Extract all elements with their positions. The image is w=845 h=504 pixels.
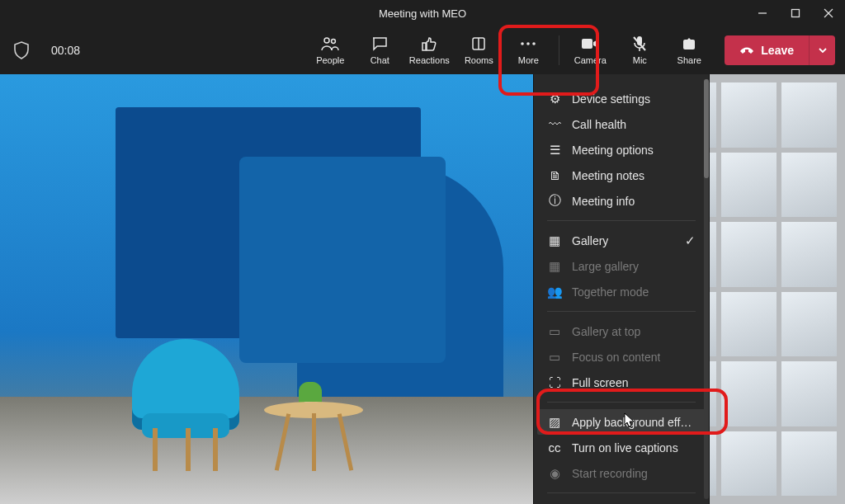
- svg-point-4: [324, 38, 329, 43]
- more-button[interactable]: More: [506, 30, 550, 71]
- menu-together-mode: 👥Together mode: [537, 279, 706, 304]
- menu-divider: [547, 402, 696, 403]
- reactions-icon: [421, 35, 437, 52]
- chevron-down-icon: [819, 48, 827, 53]
- toolbar-center-group: People Chat Reactions Rooms More: [308, 30, 711, 71]
- menu-gallery[interactable]: ▦Gallery✓: [537, 228, 706, 253]
- leave-caret-button[interactable]: [809, 35, 835, 65]
- rooms-label: Rooms: [465, 55, 493, 65]
- chat-button[interactable]: Chat: [357, 30, 402, 71]
- people-icon: [321, 35, 339, 52]
- menu-gallery-at-top: ▭Gallery at top: [537, 318, 706, 344]
- large-gallery-icon: ▦: [547, 259, 562, 274]
- check-icon: ✓: [685, 233, 696, 248]
- menu-divider: [547, 492, 696, 493]
- reactions-button[interactable]: Reactions: [407, 30, 451, 71]
- menu-device-settings[interactable]: ⚙Device settings: [537, 86, 706, 111]
- svg-rect-16: [683, 40, 695, 49]
- rooms-button[interactable]: Rooms: [456, 30, 501, 71]
- svg-rect-1: [792, 10, 800, 17]
- more-icon: [520, 35, 536, 52]
- chat-icon: [371, 35, 388, 52]
- people-button[interactable]: People: [308, 30, 352, 71]
- mic-off-icon: [632, 35, 647, 52]
- menu-meeting-options[interactable]: ☰Meeting options: [537, 137, 706, 163]
- menu-apply-background-effects[interactable]: ▨Apply background effe...: [537, 409, 706, 435]
- maximize-button[interactable]: [779, 0, 812, 26]
- captions-icon: cc: [547, 440, 562, 455]
- info-icon: ⓘ: [547, 193, 562, 209]
- leave-button[interactable]: Leave: [725, 35, 809, 65]
- sliders-icon: ☰: [547, 143, 562, 158]
- menu-start-recording: ◉Start recording: [537, 460, 706, 486]
- menu-call-health[interactable]: 〰Call health: [537, 111, 706, 137]
- gear-icon: ⚙: [547, 92, 562, 106]
- menu-meeting-notes[interactable]: 🗎Meeting notes: [537, 163, 706, 188]
- menu-divider: [547, 220, 696, 221]
- share-icon: [682, 35, 696, 52]
- people-label: People: [316, 55, 344, 65]
- hangup-icon: [739, 45, 754, 55]
- svg-point-11: [532, 42, 536, 45]
- menu-divider: [547, 311, 696, 312]
- mic-label: Mic: [633, 55, 647, 65]
- window-controls: [746, 0, 845, 26]
- close-button[interactable]: [812, 0, 845, 26]
- svg-rect-12: [582, 39, 592, 49]
- svg-rect-6: [422, 43, 426, 50]
- pulse-icon: 〰: [547, 117, 562, 131]
- shield-icon: [10, 41, 33, 59]
- menu-scrollbar-thumb[interactable]: [704, 79, 709, 178]
- camera-button[interactable]: Camera: [568, 30, 612, 71]
- menu-meeting-info[interactable]: ⓘMeeting info: [537, 188, 706, 214]
- mic-button[interactable]: Mic: [617, 30, 662, 71]
- chat-label: Chat: [371, 55, 389, 65]
- record-icon: ◉: [547, 466, 562, 481]
- leave-label: Leave: [761, 44, 794, 57]
- more-menu-panel: ⚙Device settings 〰Call health ☰Meeting o…: [533, 74, 710, 504]
- gallery-top-icon: ▭: [547, 324, 562, 339]
- leave-group: Leave: [725, 35, 835, 65]
- meeting-stage: ⚙Device settings 〰Call health ☰Meeting o…: [0, 74, 845, 504]
- background-effects-icon: ▨: [547, 415, 562, 430]
- menu-focus-content: ▭Focus on content: [537, 344, 706, 370]
- svg-point-9: [521, 42, 524, 45]
- minimize-button[interactable]: [746, 0, 779, 26]
- window-title: Meeting with MEO: [379, 7, 466, 20]
- focus-icon: ▭: [547, 350, 562, 365]
- more-label: More: [518, 55, 539, 65]
- camera-label: Camera: [574, 55, 607, 65]
- fullscreen-icon: ⛶: [547, 375, 562, 389]
- menu-large-gallery: ▦Large gallery: [537, 253, 706, 279]
- menu-full-screen[interactable]: ⛶Full screen: [537, 370, 706, 395]
- meeting-toolbar: 00:08 People Chat Reactions Rooms: [0, 26, 845, 74]
- svg-point-10: [526, 42, 530, 45]
- camera-icon: [581, 35, 599, 52]
- menu-dont-show-chat-bubbles[interactable]: 💬Don't show chat bubbles: [537, 500, 706, 504]
- title-bar: Meeting with MEO: [0, 0, 845, 26]
- video-participant-left: [0, 74, 533, 504]
- menu-turn-on-live-captions[interactable]: ccTurn on live captions: [537, 435, 706, 460]
- share-label: Share: [677, 55, 701, 65]
- gallery-icon: ▦: [547, 233, 562, 248]
- toolbar-separator: [559, 35, 559, 65]
- reactions-label: Reactions: [409, 55, 450, 65]
- notes-icon: 🗎: [547, 168, 562, 182]
- together-icon: 👥: [547, 285, 562, 299]
- svg-point-5: [332, 40, 336, 44]
- rooms-icon: [471, 35, 486, 52]
- meeting-timer: 00:08: [51, 44, 80, 57]
- share-button[interactable]: Share: [667, 30, 711, 71]
